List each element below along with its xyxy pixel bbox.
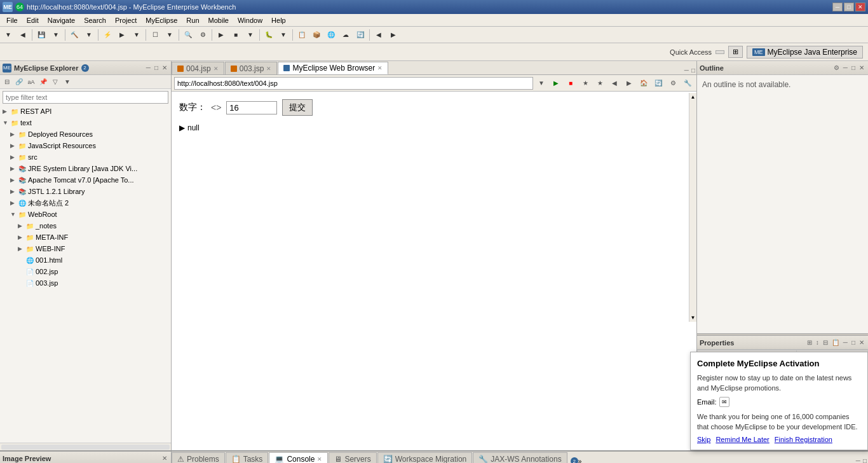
props-toolbar-btn1[interactable]: ⊞ <box>806 338 813 347</box>
toolbar-btn-6[interactable]: ▼ <box>82 28 96 42</box>
console-tab-close[interactable]: ✕ <box>317 456 322 462</box>
menu-mobile[interactable]: Mobile <box>205 15 233 25</box>
toolbar-btn-20[interactable]: 📦 <box>309 28 323 42</box>
tree-item-003jsp[interactable]: 📄 003.jsp <box>0 277 171 289</box>
toolbar-btn-16[interactable]: ▼ <box>243 28 257 42</box>
menu-project[interactable]: Project <box>111 15 140 25</box>
tree-item-tomcat[interactable]: ▶ 📚 Apache Tomcat v7.0 [Apache To... <box>0 174 171 186</box>
quick-access-input[interactable] <box>715 50 724 54</box>
menu-file[interactable]: File <box>3 15 22 25</box>
tree-item-notes[interactable]: ▶ 📁 _notes <box>0 220 171 232</box>
tree-item-jsresources[interactable]: ▶ 📁 JavaScript Resources <box>0 140 171 151</box>
tree-item-deployed[interactable]: ▶ 📁 Deployed Resources <box>0 128 171 140</box>
toolbar-btn-14[interactable]: ▶ <box>214 28 228 42</box>
tab-003jsp[interactable]: 003.jsp ✕ <box>225 62 278 74</box>
browser-home-btn[interactable]: 🏠 <box>637 77 650 90</box>
tab-workspace[interactable]: 🔄 Workspace Migration <box>377 452 473 463</box>
console-maximize[interactable]: □ <box>862 457 868 463</box>
browser-stop-btn[interactable]: ■ <box>564 77 577 90</box>
toolbar-btn-3[interactable]: 💾 <box>34 28 48 42</box>
props-minimize[interactable]: ─ <box>842 338 849 347</box>
tree-item-001html[interactable]: 🌐 001.html <box>0 254 171 266</box>
toolbar-btn-21[interactable]: 🌐 <box>324 28 338 42</box>
collapse-all-btn[interactable]: ⊟ <box>1 76 13 88</box>
browser-sync-btn[interactable]: 🔄 <box>652 77 665 90</box>
menu-help[interactable]: Help <box>268 15 290 25</box>
toolbar-btn-23[interactable]: 🔄 <box>353 28 367 42</box>
explorer-menu-btn[interactable]: ▼ <box>62 76 73 88</box>
tree-item-webinf[interactable]: ▶ 📁 WEB-INF <box>0 243 171 254</box>
toolbar-btn-24[interactable]: ◀ <box>372 28 386 42</box>
filter-input[interactable] <box>6 93 165 101</box>
tabs-overflow-btn[interactable]: » <box>578 458 582 464</box>
tab-close-btn[interactable]: ✕ <box>214 66 219 72</box>
tab-close-btn[interactable]: ✕ <box>266 66 271 72</box>
toolbar-btn-4[interactable]: ▼ <box>49 28 63 42</box>
outline-settings[interactable]: ⚙ <box>832 64 841 72</box>
menu-edit[interactable]: Edit <box>23 15 43 25</box>
tree-item-site2[interactable]: ▶ 🌐 未命名站点 2 <box>0 197 171 209</box>
nav-dropdown-btn[interactable]: ▼ <box>535 77 548 90</box>
toolbar-btn-22[interactable]: ☁ <box>339 28 353 42</box>
number-input[interactable] <box>226 101 277 114</box>
toolbar-btn-18[interactable]: ▼ <box>276 28 290 42</box>
editor-panel-minimize[interactable]: ─ <box>683 66 690 74</box>
explorer-maximize[interactable]: □ <box>153 64 159 72</box>
browser-play-btn[interactable]: ▶ <box>550 77 562 90</box>
tab-tasks[interactable]: 📋 Tasks <box>226 452 269 463</box>
outline-minimize[interactable]: ─ <box>842 64 849 72</box>
props-toolbar-btn3[interactable]: ⊟ <box>822 338 829 347</box>
props-toolbar-btn2[interactable]: ↕ <box>815 338 820 347</box>
toolbar-btn-19[interactable]: 📋 <box>295 28 309 42</box>
toolbar-btn-15[interactable]: ■ <box>229 28 243 42</box>
explorer-minimize[interactable]: ─ <box>145 64 152 72</box>
popup-finish-btn[interactable]: Finish Registration <box>775 436 832 443</box>
tab-browser[interactable]: MyEclipse Web Browser ✕ <box>278 62 388 74</box>
close-button[interactable]: ✕ <box>855 3 865 11</box>
browser-fav-btn[interactable]: ★ <box>579 77 592 90</box>
browser-extra-btn[interactable]: 🔧 <box>681 77 694 90</box>
current-perspective[interactable]: ME MyEclipse Java Enterprise <box>747 46 863 59</box>
tab-004jsp[interactable]: 004.jsp ✕ <box>172 62 224 74</box>
browser-fav-btn2[interactable]: ★ <box>593 77 606 90</box>
tree-item-metainf[interactable]: ▶ 📁 META-INF <box>0 232 171 243</box>
toolbar-btn-1[interactable]: ▼ <box>1 28 15 42</box>
tab-jaxws[interactable]: 🔧 JAX-WS Annotations <box>473 452 567 463</box>
toolbar-btn-25[interactable]: ▶ <box>386 28 400 42</box>
submit-button[interactable]: 提交 <box>282 99 313 116</box>
menu-run[interactable]: Run <box>182 15 203 25</box>
tree-item-002jsp[interactable]: 📄 002.jsp <box>0 266 171 277</box>
toolbar-btn-13[interactable]: ⚙ <box>196 28 210 42</box>
toolbar-btn-10[interactable]: ☐ <box>148 28 162 42</box>
tree-item-src[interactable]: ▶ 📁 src <box>0 151 171 163</box>
explorer-close[interactable]: ✕ <box>161 64 168 72</box>
aA-btn[interactable]: aA <box>25 76 37 88</box>
console-minimize[interactable]: ─ <box>855 457 862 463</box>
pin-btn[interactable]: 📌 <box>37 76 49 88</box>
tree-item-jstl[interactable]: ▶ 📚 JSTL 1.2.1 Library <box>0 186 171 197</box>
tab-problems[interactable]: ⚠ Problems <box>172 452 225 463</box>
toolbar-btn-7[interactable]: ⚡ <box>100 28 114 42</box>
toolbar-btn-11[interactable]: ▼ <box>163 28 177 42</box>
toolbar-btn-8[interactable]: ▶ <box>115 28 129 42</box>
toolbar-btn-12[interactable]: 🔍 <box>181 28 195 42</box>
browser-forward-btn[interactable]: ▶ <box>623 77 635 90</box>
toolbar-btn-17[interactable]: 🐛 <box>262 28 276 42</box>
popup-skip-btn[interactable]: Skip <box>697 436 710 443</box>
imgpreview-close[interactable]: ✕ <box>161 454 168 462</box>
popup-remind-btn[interactable]: Remind Me Later <box>715 436 769 443</box>
toolbar-btn-5[interactable]: 🔨 <box>67 28 81 42</box>
link-editor-btn[interactable]: 🔗 <box>13 76 25 88</box>
browser-settings-btn[interactable]: ⚙ <box>667 77 679 90</box>
outline-close[interactable]: ✕ <box>858 64 865 72</box>
open-perspective-btn[interactable]: ⊞ <box>728 46 743 58</box>
toolbar-btn-9[interactable]: ▼ <box>130 28 144 42</box>
menu-myeclipse[interactable]: MyEclipse <box>142 15 181 25</box>
props-toolbar-btn4[interactable]: 📋 <box>831 338 841 347</box>
tree-item-jre[interactable]: ▶ 📚 JRE System Library [Java JDK Vi... <box>0 163 171 174</box>
maximize-button[interactable]: □ <box>844 3 854 11</box>
url-bar[interactable] <box>174 77 533 90</box>
props-maximize[interactable]: □ <box>850 338 857 347</box>
menu-search[interactable]: Search <box>80 15 110 25</box>
menu-navigate[interactable]: Navigate <box>44 15 79 25</box>
